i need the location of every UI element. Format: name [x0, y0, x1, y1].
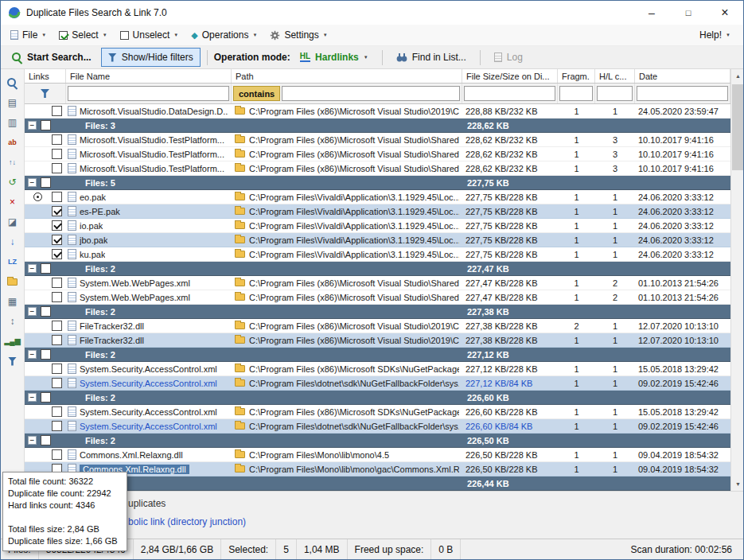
collapse-toggle[interactable]: − — [28, 350, 37, 359]
row-checkbox[interactable] — [52, 278, 62, 288]
column-header-path[interactable]: Path — [232, 69, 462, 83]
row-checkbox[interactable] — [52, 421, 62, 431]
operation-mode-dropdown[interactable]: HL Hardlinks ▼ — [293, 48, 376, 67]
scroll-down-button[interactable]: ▼ — [731, 477, 744, 491]
minimize-button[interactable]: – — [633, 1, 670, 25]
row-checkbox[interactable] — [52, 449, 62, 460]
table-row[interactable]: System.Security.AccessControl.xml C:\Pro… — [25, 362, 730, 376]
table-row[interactable]: System.Web.WebPages.xml C:\Program Files… — [25, 276, 730, 290]
row-checkbox[interactable] — [52, 192, 62, 202]
table-row[interactable]: eo.pak C:\Program Files\Vivaldi\Applicat… — [25, 190, 730, 204]
scroll-up-button[interactable]: ▲ — [731, 69, 744, 83]
copy-list-icon[interactable]: ▤ — [5, 96, 21, 109]
table-row[interactable]: es-PE.pak C:\Program Files\Vivaldi\Appli… — [25, 204, 730, 219]
find-in-list-button[interactable]: Find in List... — [389, 48, 473, 67]
table-row[interactable]: FileTracker32.dll C:\Program Files (x86)… — [25, 333, 730, 348]
show-hide-filters-button[interactable]: Show/Hide filters — [101, 48, 201, 67]
row-checkbox[interactable] — [52, 235, 62, 245]
group-row[interactable]: − 226,44 KB — [25, 476, 730, 491]
table-row[interactable]: Commons.Xml.Relaxng.dll C:\Program Files… — [25, 448, 730, 462]
group-checkbox[interactable] — [41, 263, 51, 274]
move-items-icon[interactable]: ↑↓ — [5, 156, 21, 169]
menu-settings[interactable]: Settings ▼ — [263, 25, 333, 45]
row-checkbox[interactable] — [52, 378, 62, 388]
row-checkbox[interactable] — [52, 364, 62, 374]
group-row[interactable]: − Files: 3 228,62 KB — [25, 119, 730, 133]
row-checkbox[interactable] — [52, 149, 62, 159]
group-row[interactable]: − Files: 2 226,50 KB — [25, 434, 730, 448]
group-checkbox[interactable] — [41, 435, 51, 445]
invert-selection-icon[interactable]: ◪ — [5, 216, 21, 228]
column-settings-icon[interactable]: ▦ — [5, 295, 21, 308]
table-row[interactable]: Microsoft.VisualStudio.TestPlatform... C… — [25, 161, 730, 176]
start-search-button[interactable]: Start Search... — [5, 48, 99, 67]
rename-icon[interactable]: ab — [5, 136, 21, 149]
collapse-toggle[interactable]: − — [28, 121, 37, 130]
row-checkbox[interactable] — [52, 163, 62, 173]
menu-help[interactable]: Help! ▼ — [693, 25, 740, 45]
filter-input-size[interactable] — [464, 86, 555, 101]
column-header-file-name[interactable]: File Name — [66, 69, 232, 83]
menu-file[interactable]: File ▼ — [4, 25, 53, 45]
vertical-scrollbar[interactable]: ▲ ▼ — [730, 69, 744, 491]
table-row[interactable]: jbo.pak C:\Program Files\Vivaldi\Applica… — [25, 233, 730, 247]
menu-unselect[interactable]: Unselect ▼ — [114, 25, 185, 45]
group-row[interactable]: − Files: 2 226,60 KB — [25, 391, 730, 405]
row-checkbox[interactable] — [52, 220, 62, 231]
group-row[interactable]: − Files: 2 227,47 KB — [25, 262, 730, 276]
menu-select[interactable]: Select ▼ — [53, 25, 113, 45]
table-row[interactable]: ku.pak C:\Program Files\Vivaldi\Applicat… — [25, 247, 730, 262]
row-checkbox[interactable] — [52, 106, 62, 116]
menu-operations[interactable]: ◆ Operations ▼ — [185, 25, 263, 45]
collapse-toggle[interactable]: − — [28, 393, 37, 402]
lz-compression-icon[interactable]: LZ — [5, 255, 21, 268]
filter-input-hardlinks[interactable] — [597, 86, 633, 101]
row-checkbox[interactable] — [52, 292, 62, 302]
row-checkbox[interactable] — [52, 249, 62, 259]
column-header-date[interactable]: Date — [635, 69, 730, 83]
export-list-icon[interactable]: ↓ — [5, 235, 21, 248]
table-row[interactable]: Microsoft.VisualStudio.DataDesign.D... C… — [25, 104, 730, 119]
table-row[interactable]: Microsoft.VisualStudio.TestPlatform... C… — [25, 147, 730, 161]
row-checkbox[interactable] — [52, 206, 62, 216]
collapse-toggle[interactable]: − — [28, 178, 37, 187]
table-row[interactable]: System.Web.WebPages.xml C:\Program Files… — [25, 290, 730, 305]
maximize-button[interactable]: □ — [670, 1, 707, 25]
search-duplicates-icon[interactable] — [5, 76, 21, 89]
sort-icon[interactable]: ↕ — [5, 315, 21, 328]
table-row[interactable]: System.Security.AccessControl.xml C:\Pro… — [25, 376, 730, 391]
filter-input-fragments[interactable] — [559, 86, 593, 101]
filter-mode-chip[interactable]: contains — [233, 86, 280, 101]
row-checkbox[interactable] — [52, 134, 62, 145]
collapse-toggle[interactable]: − — [28, 264, 37, 273]
group-checkbox[interactable] — [41, 306, 51, 317]
collapse-toggle[interactable]: − — [28, 436, 37, 445]
open-folder-icon[interactable] — [5, 275, 21, 288]
group-row[interactable]: − Files: 2 227,12 KB — [25, 348, 730, 362]
column-header-file-size[interactable]: File Size/Size on Di... — [462, 69, 558, 83]
filter-list-icon[interactable] — [5, 355, 21, 368]
group-checkbox[interactable] — [41, 177, 51, 188]
column-header-fragments[interactable]: Fragm. — [558, 69, 595, 83]
group-checkbox[interactable] — [41, 392, 51, 402]
row-checkbox[interactable] — [52, 406, 62, 417]
statistics-icon[interactable]: ▂▄▆ — [5, 335, 21, 348]
close-button[interactable]: × — [707, 1, 743, 25]
report-icon[interactable]: ▥ — [5, 116, 21, 129]
group-checkbox[interactable] — [41, 349, 51, 360]
filter-input-path[interactable] — [282, 86, 460, 101]
group-checkbox[interactable] — [41, 120, 51, 130]
table-row[interactable]: System.Security.AccessControl.xml C:\Pro… — [25, 405, 730, 419]
scroll-thumb[interactable] — [732, 84, 744, 170]
table-row[interactable]: FileTracker32.dll C:\Program Files (x86)… — [25, 319, 730, 333]
table-row[interactable]: System.Security.AccessControl.xml C:\Pro… — [25, 419, 730, 434]
group-row[interactable]: − Files: 2 227,38 KB — [25, 305, 730, 319]
table-row[interactable]: io.pak C:\Program Files\Vivaldi\Applicat… — [25, 219, 730, 233]
log-button[interactable]: Log — [487, 48, 530, 67]
row-checkbox[interactable] — [52, 335, 62, 345]
refresh-icon[interactable]: ↺ — [5, 176, 21, 189]
delete-mark-icon[interactable]: × — [5, 196, 21, 208]
group-row[interactable]: − Files: 5 227,75 KB — [25, 176, 730, 190]
filter-input-file-name[interactable] — [68, 86, 229, 101]
row-checkbox[interactable] — [52, 321, 62, 331]
